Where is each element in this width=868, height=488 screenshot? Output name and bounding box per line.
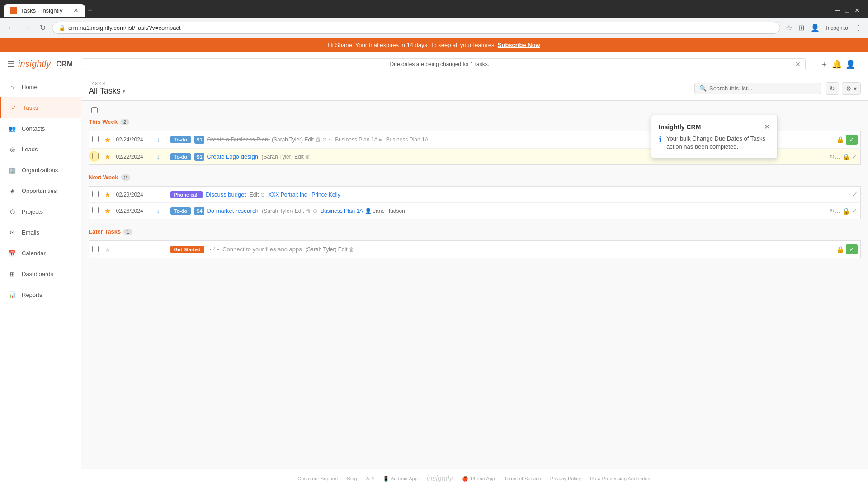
minimize-button[interactable]: ─ [835, 7, 840, 14]
close-notif-button[interactable]: ✕ [795, 61, 801, 68]
refresh-button[interactable]: ↻ [37, 22, 48, 34]
sidebar: ⌂ Home ✓ Tasks 👥 Contacts ◎ Leads 🏢 [0, 76, 81, 488]
profile-icon[interactable]: 👤 [809, 22, 821, 34]
task-name-link[interactable]: Discuss budget [206, 191, 246, 198]
menu-icon[interactable]: ⋮ [853, 22, 863, 34]
task-name-link[interactable]: Do market research [207, 207, 258, 214]
complete-button[interactable]: ✓ [846, 135, 858, 145]
sidebar-label-contacts: Contacts [22, 125, 45, 132]
later-tasks-table: ★ Get Started - 4 - Connect to your file… [89, 240, 861, 258]
check-icon[interactable]: ✓ [852, 152, 858, 161]
settings-button[interactable]: ⚙ ▾ [842, 82, 861, 95]
search-bar[interactable]: 🔍 [694, 83, 821, 94]
section-this-week-title: This Week [89, 118, 118, 125]
check-icon[interactable]: ✓ [852, 206, 858, 215]
star-icon[interactable]: ★ [104, 207, 111, 215]
footer-android-app[interactable]: 📱 Android App [383, 476, 417, 482]
close-window-button[interactable]: ✕ [854, 7, 860, 14]
sidebar-label-dashboards: Dashboards [22, 271, 53, 277]
star-icon[interactable]: ★ [104, 191, 111, 198]
reports-icon: 📊 [7, 290, 17, 300]
sidebar-item-tasks[interactable]: ✓ Tasks [0, 97, 81, 118]
sidebar-item-reports[interactable]: 📊 Reports [0, 284, 81, 305]
tasks-title-dropdown[interactable]: All Tasks ▾ [89, 86, 125, 96]
opportunities-icon: ◈ [7, 186, 17, 196]
task-link-icon: ⊙ [313, 208, 319, 214]
footer-api[interactable]: API [366, 476, 374, 481]
task-checkbox[interactable] [92, 191, 99, 197]
browser-tab[interactable]: Tasks - Insightly ✕ [4, 4, 85, 17]
task-link1[interactable]: Business Plan 1A [335, 136, 377, 143]
notification-bar: Due dates are being changed for 1 tasks.… [82, 58, 806, 70]
footer-terms[interactable]: Terms of Service [504, 476, 541, 481]
footer-iphone-app[interactable]: 🍎 iPhone App [462, 476, 495, 482]
section-later-tasks-title: Later Tasks [89, 228, 121, 235]
star-icon[interactable]: ★ [104, 246, 111, 253]
section-next-week-header: Next Week 2 [89, 172, 861, 183]
tab-label: Tasks - Insightly [21, 7, 62, 14]
search-input[interactable] [709, 85, 816, 92]
task-meta: (Sarah Tyler) Edit [305, 246, 347, 253]
edit-delete-icons: 🗑 [316, 136, 321, 143]
notification-popup-close[interactable]: ✕ [764, 122, 770, 131]
footer-blog[interactable]: Blog [347, 476, 357, 481]
task-name: Create Logo design [207, 153, 259, 160]
task-link1[interactable]: Business Plan 1A [321, 208, 363, 214]
back-button[interactable]: ← [5, 22, 17, 34]
sidebar-nav: ⌂ Home ✓ Tasks 👥 Contacts ◎ Leads 🏢 [0, 76, 81, 488]
task-date: 02/24/2024 [113, 131, 154, 149]
complete-button[interactable]: ✓ [846, 244, 858, 254]
sidebar-item-opportunities[interactable]: ◈ Opportunities [0, 180, 81, 201]
hamburger-menu[interactable]: ☰ [7, 59, 14, 69]
task-badge: Get Started [170, 246, 204, 253]
crm-label: CRM [56, 60, 72, 68]
task-name-link[interactable]: Connect to your files and apps [222, 246, 302, 253]
calendar-icon: 📅 [7, 248, 17, 258]
tab-close-button[interactable]: ✕ [73, 7, 79, 14]
sidebar-item-organizations[interactable]: 🏢 Organizations [0, 160, 81, 180]
add-button[interactable]: ＋ [820, 59, 828, 70]
sidebar-item-home[interactable]: ⌂ Home [0, 76, 81, 97]
task-badge: Phone call [170, 191, 203, 198]
sidebar-item-leads[interactable]: ◎ Leads [0, 139, 81, 160]
check-icon[interactable]: ✓ [852, 190, 858, 199]
address-bar[interactable]: 🔒 crm.na1.insightly.com/list/Task/?v=com… [52, 22, 780, 34]
new-tab-button[interactable]: + [88, 6, 93, 15]
sidebar-item-calendar[interactable]: 📅 Calendar [0, 243, 81, 263]
notifications-button[interactable]: 🔔 [832, 59, 842, 69]
footer-privacy[interactable]: Privacy Policy [550, 476, 581, 481]
task-checkbox[interactable] [92, 207, 99, 213]
sidebar-item-contacts[interactable]: 👥 Contacts [0, 118, 81, 139]
maximize-button[interactable]: □ [845, 7, 849, 14]
sidebar-item-projects[interactable]: ⬡ Projects [0, 201, 81, 222]
edit-delete-icons: 🗑 [305, 154, 311, 160]
bookmark-icon[interactable]: ☆ [784, 22, 794, 34]
star-icon[interactable]: ★ [104, 136, 111, 144]
tasks-label: TASKS [89, 81, 125, 86]
task-name-link[interactable]: Create Logo design [207, 153, 258, 160]
subscribe-link[interactable]: Subscribe Now [498, 42, 540, 48]
star-icon[interactable]: ★ [104, 153, 111, 160]
app-header: ☰ insightly CRM Due dates are being chan… [0, 52, 868, 76]
footer-customer-support[interactable]: Customer Support [297, 476, 338, 481]
task-checkbox[interactable] [92, 136, 99, 142]
task-link1[interactable]: XXX Portrait Inc - Prince Kelly [268, 192, 340, 198]
task-checkbox[interactable] [92, 246, 99, 252]
user-avatar[interactable]: 👤 [845, 59, 855, 69]
task-name-link[interactable]: Create a Business Plan [207, 136, 268, 143]
task-date: 02/26/2024 [113, 203, 154, 219]
extensions-icon[interactable]: ⊞ [797, 22, 806, 34]
trial-banner: Hi Shane. Your trial expires in 14 days.… [0, 38, 868, 52]
sidebar-item-emails[interactable]: ✉ Emails [0, 222, 81, 243]
footer-dpa[interactable]: Data Processing Addendum [590, 476, 651, 481]
task-actions: 🔒 ✓ [827, 135, 858, 145]
forward-button[interactable]: → [21, 22, 33, 34]
emails-icon: ✉ [7, 227, 17, 237]
sidebar-label-opportunities: Opportunities [22, 188, 57, 194]
task-link2[interactable]: Business Plan 1A [386, 136, 429, 143]
task-meta-icon: ⊙ [260, 192, 266, 198]
refresh-tasks-button[interactable]: ↻ [826, 82, 839, 95]
sidebar-item-dashboards[interactable]: ⊞ Dashboards [0, 263, 81, 284]
select-all-checkbox[interactable] [91, 107, 98, 113]
leads-icon: ◎ [7, 144, 17, 154]
